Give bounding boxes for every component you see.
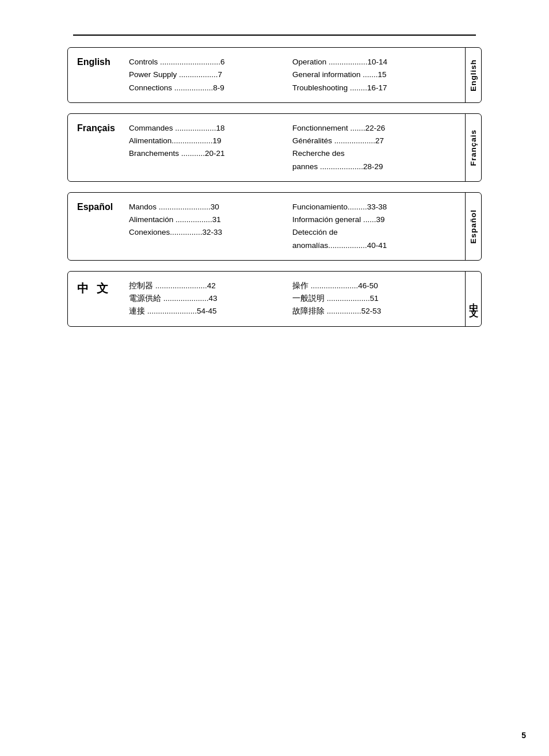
toc-col1-espanol: Mandos ........................30Aliment… [129,201,292,252]
side-tab-francais: Français [465,114,481,181]
toc-item: 控制器 ........................42 [129,280,292,292]
section-inner-english: EnglishControls ........................… [68,48,465,102]
toc-item: General information .......15 [292,68,456,81]
toc-col1-english: Controls ............................6Po… [129,56,292,94]
toc-item: Alimentación .................31 [129,213,292,226]
toc-item: Controls ............................6 [129,56,292,68]
side-tab-label-francais: Français [469,129,478,166]
toc-item: Commandes ...................18 [129,122,292,135]
toc-item: Fonctionnement .......22-26 [292,122,456,135]
toc-item: Conexiones...............32-33 [129,226,292,239]
toc-item: Información general ......39 [292,213,456,226]
toc-item: pannes ....................28-29 [292,161,456,173]
side-tab-chinese: 中 文 [465,272,481,326]
side-tab-english: English [465,48,481,102]
toc-columns-espanol: Mandos ........................30Aliment… [129,201,456,252]
toc-item: 故障排除 ................52-53 [292,305,456,318]
toc-item: 電源供給 .....................43 [129,292,292,305]
toc-col1-chinese: 控制器 ........................42電源供給 .....… [129,280,292,318]
section-francais: FrançaisCommandes ...................18A… [67,113,482,182]
section-english: EnglishControls ........................… [67,47,482,103]
toc-item: Detección de [292,226,456,239]
toc-col2-espanol: Funcionamiento.........33-38Información … [292,201,456,252]
toc-col2-francais: Fonctionnement .......22-26Généralités .… [292,122,456,173]
lang-title-chinese: 中 文 [77,280,129,296]
toc-item: anomalías..................40-41 [292,239,456,252]
side-tab-label-chinese: 中 文 [467,296,479,301]
toc-item: Recherche des [292,147,456,160]
toc-item: 一般説明 ....................51 [292,292,456,305]
toc-columns-chinese: 控制器 ........................42電源供給 .....… [129,280,456,318]
toc-item: Power Supply ..................7 [129,68,292,81]
toc-item: Généralités ...................27 [292,135,456,147]
lang-title-francais: Français [77,122,129,133]
toc-col1-francais: Commandes ...................18Alimentat… [129,122,292,173]
lang-title-english: English [77,56,129,67]
toc-item: Operation ..................10-14 [292,56,456,68]
toc-item: Connections ..................8-9 [129,82,292,94]
toc-columns-francais: Commandes ...................18Alimentat… [129,122,456,173]
section-espanol: EspañolMandos ........................30… [67,192,482,261]
toc-col2-chinese: 操作 ......................46-50一般説明 .....… [292,280,456,318]
toc-item: Alimentation...................19 [129,135,292,147]
side-tab-espanol: Español [465,193,481,260]
top-border [73,35,476,36]
toc-item: 連接 .......................54-45 [129,305,292,318]
toc-col2-english: Operation ..................10-14General… [292,56,456,94]
side-tab-label-english: English [469,59,478,91]
section-inner-francais: FrançaisCommandes ...................18A… [68,114,465,181]
toc-item: 操作 ......................46-50 [292,280,456,292]
content-area: EnglishControls ........................… [67,47,482,327]
toc-columns-english: Controls ............................6Po… [129,56,456,94]
page-container: EnglishControls ........................… [0,0,549,756]
side-tab-label-espanol: Español [469,209,478,244]
toc-item: Mandos ........................30 [129,201,292,213]
section-inner-espanol: EspañolMandos ........................30… [68,193,465,260]
section-chinese: 中 文控制器 ........................42電源供給 ..… [67,271,482,327]
toc-item: Troubleshooting ........16-17 [292,82,456,94]
lang-title-espanol: Español [77,201,129,212]
section-inner-chinese: 中 文控制器 ........................42電源供給 ..… [68,272,465,326]
toc-item: Branchements ...........20-21 [129,147,292,160]
toc-item: Funcionamiento.........33-38 [292,201,456,213]
page-number: 5 [521,731,526,740]
